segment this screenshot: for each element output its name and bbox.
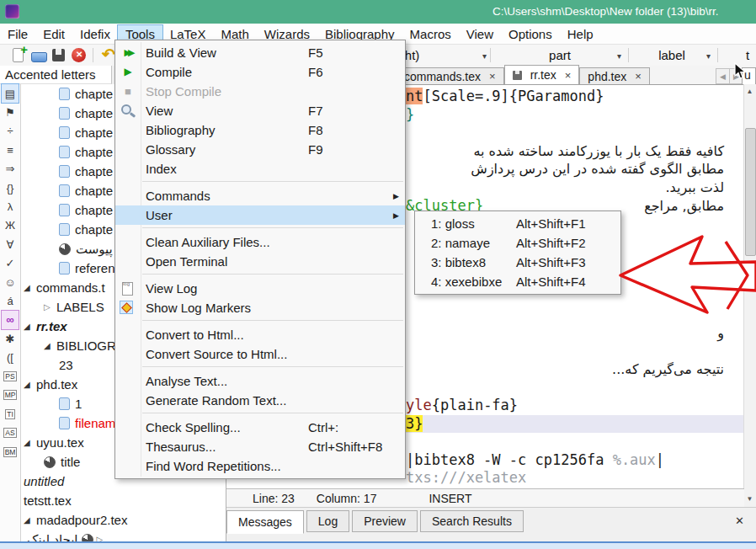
tools-menu-item[interactable]: Index bbox=[115, 159, 405, 179]
tools-menu-item[interactable]: View Log bbox=[115, 279, 405, 298]
infinity-icon[interactable]: ∞ bbox=[2, 311, 19, 329]
menu-item-icon bbox=[115, 279, 141, 298]
submenu-item-label: 2: namaye bbox=[415, 236, 490, 250]
tab-close-icon[interactable]: × bbox=[489, 70, 496, 83]
tab-close-icon[interactable]: × bbox=[635, 70, 642, 83]
menubar-item[interactable]: File bbox=[0, 25, 35, 43]
menubar-item[interactable]: Options bbox=[501, 25, 560, 43]
expander-icon[interactable] bbox=[24, 438, 36, 447]
tools-menu-item[interactable]: Convert to Html... bbox=[115, 325, 405, 344]
tree-node-icon bbox=[59, 262, 70, 274]
expander-icon[interactable] bbox=[24, 515, 36, 525]
user-submenu-item[interactable]: 4: xexebibxe Alt+Shift+F4 bbox=[415, 272, 620, 291]
forall-icon[interactable]: ∀ bbox=[2, 235, 19, 253]
menubar-item[interactable]: Macros bbox=[402, 25, 459, 43]
expander-icon[interactable] bbox=[24, 322, 36, 331]
tools-menu: Build & View F5 Compile F6 Stop Compile bbox=[114, 40, 406, 479]
ps-icon[interactable]: PS bbox=[2, 367, 19, 386]
tools-menu-item[interactable]: Bibliography F8 bbox=[115, 120, 405, 140]
tools-menu-item[interactable] bbox=[142, 181, 403, 184]
tools-menu-item[interactable]: Glossary F9 bbox=[115, 140, 405, 159]
toolbar-combo[interactable]: t bbox=[746, 46, 756, 64]
bottom-panel-tab[interactable]: Messages bbox=[226, 510, 304, 534]
tools-menu-item[interactable]: Generate Random Text... bbox=[115, 391, 405, 410]
expander-icon[interactable] bbox=[44, 341, 56, 350]
expander-icon[interactable] bbox=[24, 283, 36, 292]
editor-tab[interactable]: commands.tex × bbox=[396, 67, 504, 84]
tools-menu-item[interactable]: Analyse Text... bbox=[115, 371, 405, 391]
menu-item-label: Index bbox=[141, 162, 177, 176]
tools-menu-item[interactable]: Open Terminal bbox=[115, 252, 405, 271]
lambda-icon[interactable]: λ bbox=[2, 197, 19, 216]
bottom-panel-tab[interactable]: Search Results bbox=[420, 510, 524, 532]
user-submenu-item[interactable]: 1: gloss Alt+Shift+F1 bbox=[415, 214, 620, 233]
panel-close-icon[interactable] bbox=[735, 514, 744, 527]
menubar-item[interactable]: Edit bbox=[35, 25, 72, 43]
tree-item[interactable]: madadpour2.tex bbox=[20, 510, 226, 530]
tools-menu-item[interactable] bbox=[142, 366, 403, 369]
tools-menu-item[interactable]: Convert Source to Html... bbox=[115, 344, 405, 364]
tools-menu-item[interactable]: Commands bbox=[115, 186, 405, 205]
check-icon[interactable]: ✓ bbox=[2, 254, 19, 273]
user-submenu-item[interactable]: 2: namaye Alt+Shift+F2 bbox=[415, 233, 620, 253]
open-file-icon[interactable] bbox=[30, 47, 47, 64]
toolbar-combo[interactable]: label bbox=[633, 46, 711, 64]
structure-icon[interactable]: ▤ bbox=[2, 84, 19, 103]
tab-close-icon[interactable]: × bbox=[565, 69, 572, 82]
scroll-down-icon[interactable] bbox=[744, 493, 755, 505]
tools-menu-item[interactable]: Compile F6 bbox=[115, 62, 405, 82]
smiley-icon[interactable]: ☺ bbox=[2, 273, 19, 291]
tools-menu-item[interactable]: Find Word Repetitions... bbox=[115, 456, 405, 476]
save-icon[interactable] bbox=[51, 47, 67, 64]
mp-icon[interactable]: MP bbox=[2, 386, 19, 404]
tools-menu-item[interactable] bbox=[142, 274, 403, 276]
lines-icon[interactable]: ≡ bbox=[2, 141, 19, 159]
tools-menu-item[interactable]: Stop Compile bbox=[115, 82, 405, 101]
expander-icon[interactable] bbox=[44, 302, 56, 312]
editor-tab[interactable]: rr.tex × bbox=[504, 65, 580, 84]
new-file-icon[interactable] bbox=[10, 47, 27, 64]
bottom-panel-tab[interactable]: Log bbox=[306, 510, 349, 532]
asterisk-icon[interactable]: ✱ bbox=[2, 329, 19, 348]
tools-menu-item[interactable]: User bbox=[115, 205, 405, 225]
tools-menu-item[interactable] bbox=[142, 227, 403, 230]
tree-item[interactable]: tetstt.tex bbox=[20, 491, 226, 510]
toolbar-separator bbox=[717, 48, 718, 62]
tools-menu-item[interactable]: View F7 bbox=[115, 101, 405, 120]
divide-icon[interactable]: ÷ bbox=[2, 122, 19, 141]
tools-menu-item[interactable] bbox=[142, 413, 403, 415]
user-submenu-item[interactable]: 3: bibtex8 Alt+Shift+F3 bbox=[415, 253, 620, 272]
tools-menu-item[interactable]: Thesaurus... Ctrl+Shift+F8 bbox=[115, 437, 405, 456]
accent-icon[interactable]: á bbox=[2, 291, 19, 310]
expander-icon[interactable] bbox=[24, 380, 36, 389]
menu-item-icon bbox=[115, 391, 141, 410]
tools-menu-item[interactable]: Build & View F5 bbox=[115, 43, 405, 62]
ti-icon[interactable]: TI bbox=[2, 405, 19, 424]
menu-item-label: Compile bbox=[141, 65, 192, 79]
menu-item-label: Thesaurus... bbox=[141, 440, 216, 454]
bm-icon[interactable]: BM bbox=[2, 442, 19, 461]
tools-menu-item[interactable]: Clean Auxiliary Files... bbox=[115, 232, 405, 252]
structure-panel-selector[interactable]: Accented letters bbox=[0, 66, 112, 84]
braces-icon[interactable]: {} bbox=[2, 179, 19, 197]
bottom-panel-tab[interactable]: Preview bbox=[352, 510, 418, 532]
menubar-item[interactable]: Idefix bbox=[72, 25, 118, 43]
tools-menu-item[interactable]: Check Spelling... Ctrl+: bbox=[115, 418, 405, 437]
as-icon[interactable]: AS bbox=[2, 424, 19, 442]
arrow-icon[interactable]: ⇒ bbox=[2, 160, 19, 179]
cyrillic-icon[interactable]: Ж bbox=[2, 216, 19, 235]
scroll-up-icon[interactable] bbox=[744, 86, 755, 98]
bracket-icon[interactable]: ([ bbox=[2, 348, 19, 366]
toolbar-separator bbox=[628, 48, 629, 62]
tools-menu-item[interactable] bbox=[142, 320, 403, 322]
bookmark-icon[interactable]: ⚑ bbox=[2, 103, 19, 121]
tab-scroll-left-icon[interactable]: ◀ bbox=[716, 68, 730, 84]
editor-tab[interactable]: phd.tex × bbox=[579, 67, 650, 84]
close-icon[interactable] bbox=[71, 47, 88, 64]
menubar-item[interactable]: View bbox=[459, 25, 501, 43]
tools-menu-item[interactable]: Show Log Markers bbox=[115, 298, 405, 317]
toolbar-combo[interactable]: part bbox=[498, 46, 621, 64]
menubar-item[interactable]: Help bbox=[560, 25, 601, 43]
tree-item-label: پیوست bbox=[76, 242, 113, 257]
tree-item-label: rr.tex bbox=[36, 319, 67, 333]
